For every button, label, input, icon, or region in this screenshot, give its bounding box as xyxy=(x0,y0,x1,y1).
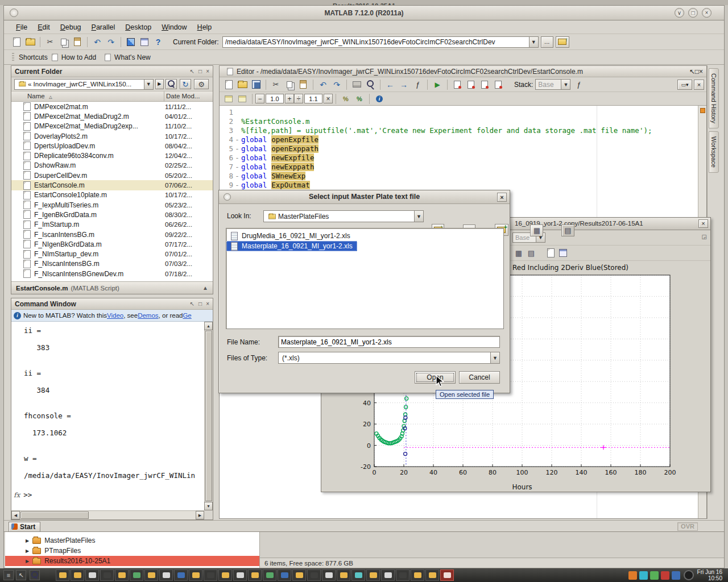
redo-icon[interactable] xyxy=(105,36,117,48)
taskbar-window-button[interactable] xyxy=(100,569,114,581)
taskbar-window-button[interactable] xyxy=(292,569,306,581)
taskbar-window-button[interactable] xyxy=(248,569,262,581)
file-row-doverlayplots2[interactable]: DoverlayPlots2.m 10/17/2... xyxy=(11,131,213,141)
run-icon[interactable] xyxy=(432,79,443,90)
dialog-close-icon[interactable]: × xyxy=(497,193,507,202)
expander-icon[interactable]: ▶ xyxy=(26,538,29,543)
file-row-dmpexcel2mat-mediadrug2[interactable]: DMPexcel2mat_MediaDrug2.m 04/01/2... xyxy=(11,111,213,121)
close-editor-icon[interactable]: × xyxy=(694,80,704,90)
insert-cell-icon[interactable] xyxy=(223,93,234,105)
code-area[interactable]: 1 2%EstartConsole.m 3%[file,path] = uipu… xyxy=(220,106,698,190)
dock-icon[interactable]: ◲ xyxy=(702,234,707,240)
taskbar-window-button[interactable] xyxy=(233,569,247,581)
multiply-icon[interactable]: × xyxy=(324,94,333,103)
tab-command-history[interactable]: Command History xyxy=(709,68,719,128)
undock-icon[interactable]: ↖ xyxy=(190,301,195,307)
tray-icon-1[interactable] xyxy=(628,571,637,580)
video-link[interactable]: Video xyxy=(107,312,123,319)
stack-combo[interactable]: Base ▼ xyxy=(535,79,570,90)
taskbar-window-button-active[interactable] xyxy=(440,569,454,581)
cell-value-right[interactable]: 1.1 xyxy=(304,94,322,103)
fx-icon[interactable]: fx xyxy=(14,491,20,499)
fx-find-icon[interactable] xyxy=(573,79,584,90)
files-of-type-combo[interactable]: (*.xls) ▼ xyxy=(278,352,500,364)
file-row-f-iscanintensbg[interactable]: F_IscanIntensBG.m 09/22/2... xyxy=(11,230,213,239)
pointer-icon[interactable]: ↖ xyxy=(16,570,26,580)
taskbar-window-button[interactable] xyxy=(366,569,380,581)
file-row-f-imstartup[interactable]: F_ImStartup.m 06/26/2... xyxy=(11,220,213,230)
file-row-f-nigenbkgrddata[interactable]: F_NIgenBkGrdData.m 07/17/2... xyxy=(11,239,213,249)
file-row-f-iexpmultitseries[interactable]: F_IexpMultiTseries.m 05/23/2... xyxy=(11,200,213,210)
undock-icon[interactable]: ↖ xyxy=(689,68,695,76)
info-icon[interactable] xyxy=(374,93,385,105)
open-file-icon[interactable] xyxy=(237,79,248,90)
file-row-f-nimstartup-dev[interactable]: F_NImStartup_dev.m 07/01/2... xyxy=(11,249,213,259)
command-output[interactable]: ii = 383 ii = 384 fhconsole = 173.1062 w… xyxy=(11,322,204,510)
list-view-icon[interactable] xyxy=(561,225,574,236)
shortcut-how-to-add[interactable]: How to Add xyxy=(61,53,96,61)
cell-value-left[interactable]: 1.0 xyxy=(266,94,284,103)
breakpoint-icon[interactable] xyxy=(452,79,463,90)
taskbar-window-button[interactable] xyxy=(159,569,173,581)
file-row-dmpexcel2mat-mediadrug2exp[interactable]: DMPexcel2mat_MediaDrug2exp... 11/10/2... xyxy=(11,122,213,131)
undo-icon[interactable] xyxy=(92,36,103,48)
start-button[interactable]: Start xyxy=(9,522,40,532)
cell-divider-icon[interactable] xyxy=(237,93,248,105)
app-menu-icon[interactable]: ≡ xyxy=(3,570,14,580)
browse-folder-button[interactable]: ... xyxy=(541,36,553,48)
command-window-hscrollbar[interactable]: ◀ ▶ xyxy=(11,510,204,519)
guide-icon[interactable] xyxy=(139,36,150,48)
save-icon[interactable] xyxy=(250,79,262,90)
taskbar-window-button[interactable] xyxy=(396,569,410,581)
taskbar-window-button[interactable] xyxy=(144,569,158,581)
new-script-icon[interactable] xyxy=(223,79,234,90)
close-window-icon[interactable]: × xyxy=(702,8,712,18)
chevron-down-icon[interactable]: ▼ xyxy=(490,352,499,363)
matlab-titlebar[interactable]: MATLAB 7.12.0 (R2011a) ∨ □ × xyxy=(3,5,725,20)
menu-parallel[interactable]: Parallel xyxy=(86,22,121,33)
dialog-file-list[interactable]: DrugMedia_16_0921_MI_yor1-2.xls Masterpl… xyxy=(226,228,504,329)
paste-icon[interactable] xyxy=(297,79,309,90)
collapse-details-icon[interactable]: ▲ xyxy=(202,285,208,291)
dialog-titlebar[interactable]: Select input Master Plate text file × xyxy=(219,190,510,204)
taskbar-clock[interactable]: Fri Jun 16 10:50 xyxy=(697,569,722,581)
file-row-dmpexcel2mat[interactable]: DMPexcel2mat.m 11/11/2... xyxy=(11,102,213,111)
column-divider[interactable] xyxy=(164,92,164,101)
menu-file[interactable]: File xyxy=(11,22,32,33)
file-row-estartconsole10plate[interactable]: EstartConsole10plate.m 10/17/2... xyxy=(11,190,213,200)
tab-workspace[interactable]: Workspace xyxy=(709,131,719,173)
scrollbar-thumb[interactable] xyxy=(205,331,212,501)
print-icon[interactable] xyxy=(351,79,362,90)
search-icon[interactable] xyxy=(166,79,177,89)
dialog-file-drugmedia[interactable]: DrugMedia_16_0921_MI_yor1-2.xls xyxy=(226,231,503,241)
actions-gear-icon[interactable] xyxy=(194,79,209,89)
grid-icon[interactable] xyxy=(526,248,536,258)
copy-icon[interactable] xyxy=(58,36,69,48)
taskbar-window-button[interactable] xyxy=(71,569,84,581)
taskbar-window-button[interactable] xyxy=(85,569,99,581)
taskbar-window-button[interactable] xyxy=(115,569,129,581)
tray-icon-3[interactable] xyxy=(650,571,659,580)
magnifier-icon[interactable] xyxy=(30,570,40,580)
uncomment-icon[interactable] xyxy=(354,93,365,105)
getting-started-link[interactable]: Ge xyxy=(183,312,191,319)
chevron-down-icon[interactable]: ▼ xyxy=(144,80,153,89)
step-out-icon[interactable] xyxy=(493,79,504,90)
help-icon[interactable] xyxy=(152,36,164,48)
back-icon[interactable] xyxy=(384,79,396,90)
modified-marker-icon[interactable] xyxy=(700,108,705,113)
grid-view-icon[interactable] xyxy=(530,225,543,236)
tray-icon-5[interactable] xyxy=(672,571,680,580)
maximize-icon[interactable]: □ xyxy=(695,68,699,76)
fm-item-results2016-10-25a1[interactable]: ▶ Results2016-10-25A1 xyxy=(5,556,259,566)
doc-icon[interactable] xyxy=(545,248,556,258)
cut-icon[interactable] xyxy=(44,36,56,48)
up-one-folder-icon[interactable] xyxy=(556,36,569,48)
dialog-menu-icon[interactable] xyxy=(224,193,231,201)
taskbar-window-button[interactable] xyxy=(337,569,350,581)
taskbar-window-button[interactable] xyxy=(189,569,202,581)
paste-icon[interactable] xyxy=(72,36,83,48)
expander-icon[interactable]: ▶ xyxy=(26,559,29,564)
close-icon[interactable]: × xyxy=(698,219,708,228)
file-row-f-niscanintensbgnewdev[interactable]: F_NIscanIntensBGnewDev.m 07/18/2... xyxy=(11,269,213,278)
